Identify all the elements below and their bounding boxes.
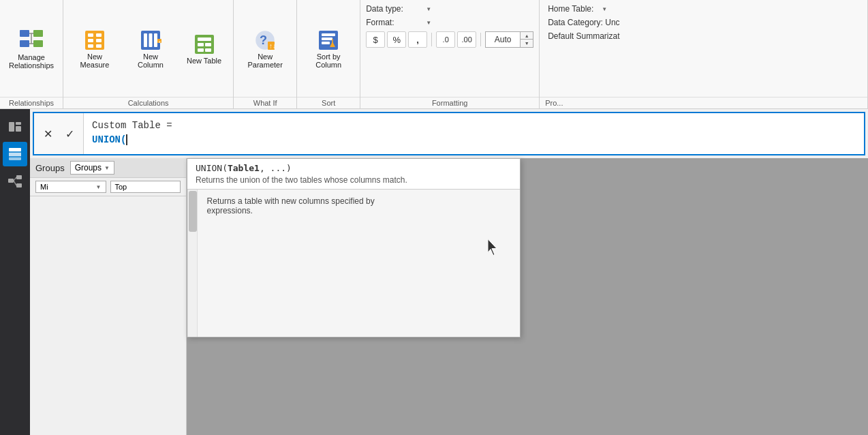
data-type-dropdown[interactable]: ▼ [426,6,431,12]
sidebar-icon-model[interactable] [3,169,27,194]
new-measure-label: New Measure [75,52,114,69]
svg-text:?: ? [260,33,267,47]
filter-search[interactable]: Top [110,181,181,193]
formula-function-text: UNION( [92,134,126,145]
format-dropdown-chevron: ▼ [426,20,431,26]
ribbon-group-relationships: Manage Relationships Relationships [0,0,63,108]
percent-symbol: % [392,35,401,45]
sort-by-column-button[interactable]: Sort by Column [301,22,356,75]
data-category-label: Data Category: Unc [548,18,619,27]
svg-rect-13 [96,44,102,48]
fields-header-label: Groups [35,163,65,173]
auto-spin-arrows: ▲ ▼ [520,32,533,47]
relationships-buttons: Manage Relationships [0,0,63,97]
new-table-label: New Table [187,57,221,65]
svg-rect-12 [88,44,93,48]
autocomplete-list-wrapper: fx ADDCOLUMNS fx ADDMISSINGITEMS fx ALL … [187,190,520,337]
currency-symbol: $ [373,35,378,45]
formula-name-text: Custom Table = [92,120,172,131]
new-column-label: New Column [131,52,170,69]
format-tools-row: $ % , .0 .00 Auto [366,31,533,48]
new-parameter-button[interactable]: ? ↑↓ New Parameter [238,22,292,75]
auto-spinbox[interactable]: Auto ▲ ▼ [485,31,533,48]
sort-group-title: Sort [297,97,360,108]
svg-rect-36 [16,126,21,132]
percent-button[interactable]: % [387,31,406,48]
hint-function-signature: UNION(Table1, ...) [196,163,512,173]
cancel-icon: ✕ [44,127,52,140]
svg-rect-8 [88,33,93,37]
hint-func-open: UNION( [196,163,228,173]
cursor-visual [486,237,499,258]
svg-rect-9 [96,33,102,37]
svg-rect-11 [96,39,102,42]
fields-dropdown-button[interactable]: Groups ▼ [70,161,114,175]
auto-spin-value: Auto [486,35,520,44]
autocomplete-popup: UNION(Table1, ...) Returns the union of … [187,158,521,338]
fields-dropdown-value: Groups [75,163,102,172]
formula-bar: ✕ ✓ Custom Table = UNION( [33,112,865,155]
formula-actions: ✕ ✓ [34,113,84,154]
format-dropdown[interactable]: ▼ [426,20,431,26]
home-table-row: Home Table: ▼ [548,4,607,14]
formula-input[interactable]: Custom Table = UNION( [84,113,864,154]
calculations-buttons: New Measure + New Column [63,0,233,97]
what-if-group-title: What If [234,97,296,108]
svg-rect-16 [149,33,153,47]
hint-func-param: Table1 [228,163,260,173]
currency-button[interactable]: $ [366,31,385,48]
properties-group-title: Pro... [540,97,867,108]
comma-symbol: , [416,35,419,45]
autocomplete-hint: UNION(Table1, ...) Returns the union of … [187,159,520,190]
svg-rect-24 [198,48,204,52]
spin-up-button[interactable]: ▲ [521,32,533,40]
svg-rect-2 [33,30,43,37]
svg-text:↑↓: ↑↓ [269,42,276,50]
sidebar-icon-data[interactable] [3,142,27,166]
new-column-button[interactable]: + New Column [123,22,178,75]
increase-decimal-button[interactable]: .00 [457,31,476,48]
formatting-buttons: Data type: ▼ Format: ▼ $ [360,0,539,97]
new-measure-button[interactable]: New Measure [67,22,122,75]
ribbon-group-calculations: New Measure + New Column [63,0,234,108]
formula-confirm-button[interactable]: ✓ [61,125,78,142]
confirm-icon: ✓ [65,127,74,140]
autocomplete-right-description: Returns a table with new columns specifi… [207,196,375,215]
filter-dropdown[interactable]: Mi ▼ [35,181,106,193]
filter-row: Mi ▼ Top [30,178,186,196]
svg-rect-15 [144,33,147,47]
sidebar-icon-report[interactable] [3,115,27,139]
svg-line-46 [14,181,16,185]
sort-buttons: Sort by Column [297,0,360,97]
calculations-group-title: Calculations [63,97,233,108]
ribbon-group-what-if: ? ↑↓ New Parameter What If [234,0,297,108]
filter-search-value: Top [115,183,127,191]
svg-rect-17 [154,33,157,47]
autocomplete-scrollbar[interactable] [187,190,197,337]
filter-chevron: ▼ [96,184,102,190]
manage-relationships-button[interactable]: Manage Relationships [4,22,59,75]
formatting-group-title: Formatting [360,97,539,108]
svg-rect-33 [322,42,330,44]
ribbon-content: Manage Relationships Relationships [0,0,868,108]
spin-down-button[interactable]: ▼ [521,40,533,47]
calculator-icon [82,28,107,52]
fields-panel: Groups Groups ▼ Mi ▼ Top [30,158,187,435]
svg-rect-42 [8,179,14,183]
svg-rect-22 [198,43,204,46]
svg-rect-35 [9,122,14,132]
svg-rect-44 [16,183,22,188]
data-category-row: Data Category: Unc [548,18,619,27]
ribbon: Manage Relationships Relationships [0,0,868,109]
format-tools: $ % , .0 .00 Auto [366,31,533,48]
fields-dropdown-chevron: ▼ [104,165,110,171]
ribbon-group-formatting: Data type: ▼ Format: ▼ $ [360,0,540,108]
svg-rect-41 [9,158,21,160]
format-separator [431,33,432,46]
decrease-decimal-button[interactable]: .0 [436,31,455,48]
formula-cancel-button[interactable]: ✕ [40,125,56,142]
formula-cursor [126,134,133,145]
parameter-icon: ? ↑↓ [253,28,277,52]
comma-button[interactable]: , [408,31,427,48]
new-table-button[interactable]: New Table [179,22,229,75]
